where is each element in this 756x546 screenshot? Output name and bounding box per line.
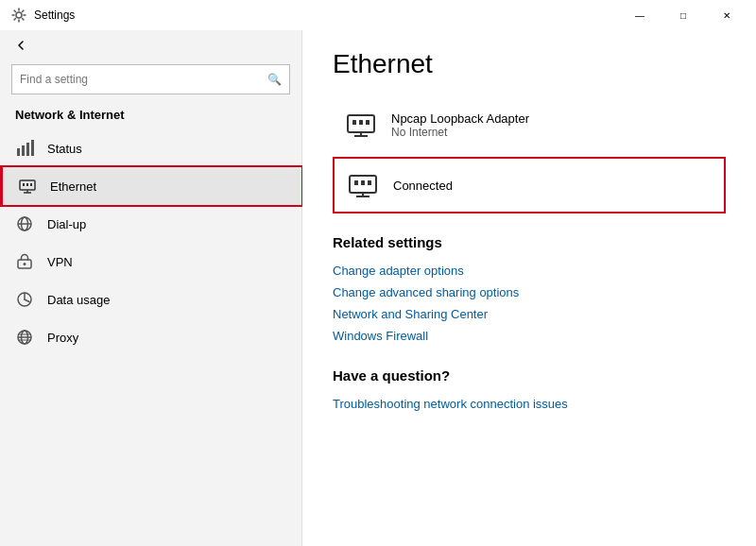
svg-rect-25 (366, 120, 369, 125)
minimize-button[interactable]: — (618, 0, 662, 30)
troubleshooting-link[interactable]: Troubleshooting network connection issue… (333, 393, 726, 415)
svg-rect-6 (23, 183, 25, 186)
svg-point-0 (16, 12, 22, 18)
maximize-button[interactable]: □ (662, 0, 705, 30)
ethernet-icon (18, 177, 37, 196)
adapter-connected[interactable]: Connected (333, 157, 726, 213)
search-box[interactable]: 🔍 (11, 64, 290, 94)
sidebar-item-datausage[interactable]: Data usage (0, 281, 301, 318)
datausage-icon (15, 290, 34, 309)
search-input[interactable] (20, 73, 267, 86)
sidebar-label-status: Status (47, 142, 82, 156)
svg-rect-24 (359, 120, 363, 125)
back-icon (15, 40, 26, 51)
sidebar-item-status[interactable]: Status (0, 129, 301, 167)
title-bar-controls: — □ ✕ (618, 0, 748, 30)
npcap-adapter-icon (344, 108, 378, 142)
related-settings-title: Related settings (333, 234, 726, 250)
sidebar-item-ethernet[interactable]: Ethernet (0, 167, 301, 205)
change-adapter-options-link[interactable]: Change adapter options (333, 260, 726, 282)
sidebar-section-title: Network & Internet (0, 102, 301, 129)
proxy-icon (15, 328, 34, 347)
sidebar-label-vpn: VPN (47, 255, 73, 269)
close-button[interactable]: ✕ (705, 0, 748, 30)
svg-rect-3 (26, 143, 29, 156)
sidebar-label-ethernet: Ethernet (50, 179, 96, 194)
sidebar-label-proxy: Proxy (47, 331, 78, 345)
settings-icon (11, 8, 26, 23)
svg-rect-8 (30, 183, 32, 186)
change-advanced-sharing-link[interactable]: Change advanced sharing options (333, 282, 726, 303)
sidebar-item-vpn[interactable]: VPN (0, 243, 301, 281)
dialup-icon (15, 214, 34, 233)
sidebar-item-dialup[interactable]: Dial-up (0, 205, 301, 243)
svg-rect-7 (26, 183, 28, 186)
vpn-icon (15, 252, 34, 271)
svg-rect-1 (17, 148, 20, 156)
windows-firewall-link[interactable]: Windows Firewall (333, 325, 726, 347)
search-icon: 🔍 (267, 73, 282, 86)
sidebar: 🔍 Network & Internet Status (0, 30, 302, 546)
svg-rect-30 (361, 180, 365, 185)
svg-rect-2 (22, 145, 25, 156)
title-bar: Settings — □ ✕ (0, 0, 756, 30)
svg-point-15 (24, 263, 26, 265)
sidebar-item-proxy[interactable]: Proxy (0, 318, 301, 356)
connected-adapter-name: Connected (393, 179, 453, 193)
help-section-title: Have a question? (333, 367, 726, 384)
npcap-adapter-info: Npcap Loopback Adapter No Internet (391, 111, 529, 139)
adapter-npcap[interactable]: Npcap Loopback Adapter No Internet (333, 98, 726, 151)
page-title: Ethernet (333, 49, 726, 79)
svg-rect-23 (352, 120, 356, 125)
sidebar-label-dialup: Dial-up (47, 217, 86, 231)
svg-rect-31 (368, 180, 371, 185)
svg-rect-4 (31, 140, 34, 156)
title-bar-title: Settings (34, 9, 75, 22)
svg-rect-29 (354, 180, 358, 185)
npcap-adapter-status: No Internet (391, 126, 529, 139)
app-body: 🔍 Network & Internet Status (0, 30, 756, 546)
connected-adapter-icon (346, 168, 380, 202)
main-panel: Ethernet Npcap Loopback Adapter No Inter… (302, 30, 756, 546)
back-button[interactable] (0, 30, 301, 60)
status-icon (15, 139, 34, 158)
connected-adapter-info: Connected (393, 179, 453, 193)
sidebar-label-datausage: Data usage (47, 293, 111, 307)
title-bar-left: Settings (11, 8, 75, 23)
npcap-adapter-name: Npcap Loopback Adapter (391, 111, 529, 126)
network-sharing-center-link[interactable]: Network and Sharing Center (333, 303, 726, 325)
